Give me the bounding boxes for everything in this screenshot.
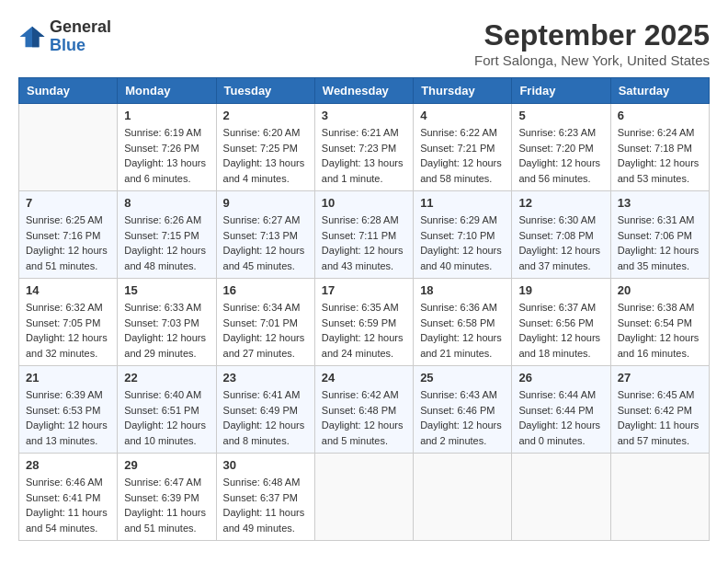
cell-content: Sunrise: 6:45 AM Sunset: 6:42 PM Dayligh…	[618, 387, 702, 448]
day-number: 4	[420, 109, 505, 122]
calendar-cell: 14Sunrise: 6:32 AM Sunset: 7:05 PM Dayli…	[19, 279, 118, 366]
calendar-cell	[314, 454, 413, 541]
header: General Blue September 2025 Fort Salonga…	[18, 18, 710, 68]
day-number: 26	[518, 371, 603, 385]
cell-content: Sunrise: 6:47 AM Sunset: 6:39 PM Dayligh…	[124, 475, 209, 535]
calendar-cell	[610, 454, 709, 541]
cell-content: Sunrise: 6:44 AM Sunset: 6:44 PM Dayligh…	[518, 387, 603, 448]
calendar-cell: 15Sunrise: 6:33 AM Sunset: 7:03 PM Dayli…	[118, 279, 216, 366]
calendar-week-row: 21Sunrise: 6:39 AM Sunset: 6:53 PM Dayli…	[19, 366, 710, 454]
day-number: 18	[420, 283, 505, 297]
calendar-cell	[414, 454, 512, 541]
day-number: 1	[124, 109, 209, 122]
month-title: September 2025	[474, 18, 710, 52]
title-area: September 2025 Fort Salonga, New York, U…	[474, 18, 710, 68]
calendar-cell	[19, 104, 118, 191]
calendar-cell: 12Sunrise: 6:30 AM Sunset: 7:08 PM Dayli…	[512, 191, 610, 279]
logo-blue-text: Blue	[50, 36, 85, 54]
cell-content: Sunrise: 6:34 AM Sunset: 7:01 PM Dayligh…	[223, 300, 308, 361]
day-number: 7	[26, 196, 110, 210]
calendar-cell: 25Sunrise: 6:43 AM Sunset: 6:46 PM Dayli…	[414, 366, 512, 454]
cell-content: Sunrise: 6:31 AM Sunset: 7:06 PM Dayligh…	[618, 213, 702, 273]
day-number: 8	[124, 196, 209, 210]
calendar-cell: 4Sunrise: 6:22 AM Sunset: 7:21 PM Daylig…	[414, 104, 512, 191]
cell-content: Sunrise: 6:22 AM Sunset: 7:21 PM Dayligh…	[420, 125, 505, 186]
cell-content: Sunrise: 6:41 AM Sunset: 6:49 PM Dayligh…	[223, 387, 308, 448]
cell-content: Sunrise: 6:21 AM Sunset: 7:23 PM Dayligh…	[322, 125, 406, 186]
cell-content: Sunrise: 6:25 AM Sunset: 7:16 PM Dayligh…	[26, 213, 110, 273]
calendar-cell: 20Sunrise: 6:38 AM Sunset: 6:54 PM Dayli…	[610, 279, 709, 366]
calendar-cell: 8Sunrise: 6:26 AM Sunset: 7:15 PM Daylig…	[118, 191, 216, 279]
calendar-cell: 19Sunrise: 6:37 AM Sunset: 6:56 PM Dayli…	[512, 279, 610, 366]
calendar-cell: 13Sunrise: 6:31 AM Sunset: 7:06 PM Dayli…	[610, 191, 709, 279]
calendar-week-row: 28Sunrise: 6:46 AM Sunset: 6:41 PM Dayli…	[19, 454, 710, 541]
calendar-cell: 11Sunrise: 6:29 AM Sunset: 7:10 PM Dayli…	[414, 191, 512, 279]
cell-content: Sunrise: 6:27 AM Sunset: 7:13 PM Dayligh…	[223, 213, 308, 273]
cell-content: Sunrise: 6:36 AM Sunset: 6:58 PM Dayligh…	[420, 300, 505, 361]
location-title: Fort Salonga, New York, United States	[474, 52, 710, 68]
day-number: 16	[223, 283, 308, 297]
calendar-cell: 23Sunrise: 6:41 AM Sunset: 6:49 PM Dayli…	[216, 366, 314, 454]
cell-content: Sunrise: 6:46 AM Sunset: 6:41 PM Dayligh…	[26, 475, 110, 535]
calendar-cell: 27Sunrise: 6:45 AM Sunset: 6:42 PM Dayli…	[610, 366, 709, 454]
logo-general-text: General	[50, 17, 111, 36]
day-number: 28	[26, 458, 110, 472]
day-number: 17	[322, 283, 406, 297]
calendar-cell: 18Sunrise: 6:36 AM Sunset: 6:58 PM Dayli…	[414, 279, 512, 366]
cell-content: Sunrise: 6:43 AM Sunset: 6:46 PM Dayligh…	[420, 387, 505, 448]
calendar-week-row: 7Sunrise: 6:25 AM Sunset: 7:16 PM Daylig…	[19, 191, 710, 279]
day-number: 14	[26, 283, 110, 297]
day-number: 3	[322, 109, 406, 122]
cell-content: Sunrise: 6:20 AM Sunset: 7:25 PM Dayligh…	[223, 125, 308, 186]
day-number: 9	[223, 196, 308, 210]
day-number: 29	[124, 458, 209, 472]
calendar-cell: 29Sunrise: 6:47 AM Sunset: 6:39 PM Dayli…	[118, 454, 216, 541]
day-header-saturday: Saturday	[610, 78, 709, 104]
calendar-header-row: SundayMondayTuesdayWednesdayThursdayFrid…	[19, 78, 710, 104]
cell-content: Sunrise: 6:37 AM Sunset: 6:56 PM Dayligh…	[518, 300, 603, 361]
day-header-thursday: Thursday	[414, 78, 512, 104]
day-number: 24	[322, 371, 406, 385]
logo-text: General Blue	[50, 18, 111, 55]
calendar-cell: 30Sunrise: 6:48 AM Sunset: 6:37 PM Dayli…	[216, 454, 314, 541]
cell-content: Sunrise: 6:23 AM Sunset: 7:20 PM Dayligh…	[518, 125, 603, 186]
calendar-cell: 3Sunrise: 6:21 AM Sunset: 7:23 PM Daylig…	[314, 104, 413, 191]
day-number: 13	[618, 196, 702, 210]
logo-icon	[18, 23, 46, 51]
day-number: 27	[618, 371, 702, 385]
logo: General Blue	[18, 18, 111, 55]
day-number: 2	[223, 109, 308, 122]
svg-marker-1	[32, 27, 45, 48]
calendar: SundayMondayTuesdayWednesdayThursdayFrid…	[18, 77, 710, 541]
calendar-week-row: 1Sunrise: 6:19 AM Sunset: 7:26 PM Daylig…	[19, 104, 710, 191]
cell-content: Sunrise: 6:28 AM Sunset: 7:11 PM Dayligh…	[322, 213, 406, 273]
calendar-cell: 21Sunrise: 6:39 AM Sunset: 6:53 PM Dayli…	[19, 366, 118, 454]
day-number: 23	[223, 371, 308, 385]
calendar-cell: 10Sunrise: 6:28 AM Sunset: 7:11 PM Dayli…	[314, 191, 413, 279]
day-number: 10	[322, 196, 406, 210]
cell-content: Sunrise: 6:29 AM Sunset: 7:10 PM Dayligh…	[420, 213, 505, 273]
cell-content: Sunrise: 6:33 AM Sunset: 7:03 PM Dayligh…	[124, 300, 209, 361]
cell-content: Sunrise: 6:48 AM Sunset: 6:37 PM Dayligh…	[223, 475, 308, 535]
calendar-cell: 22Sunrise: 6:40 AM Sunset: 6:51 PM Dayli…	[118, 366, 216, 454]
cell-content: Sunrise: 6:26 AM Sunset: 7:15 PM Dayligh…	[124, 213, 209, 273]
day-number: 30	[223, 458, 308, 472]
calendar-cell	[512, 454, 610, 541]
cell-content: Sunrise: 6:40 AM Sunset: 6:51 PM Dayligh…	[124, 387, 209, 448]
day-number: 5	[518, 109, 603, 122]
calendar-cell: 2Sunrise: 6:20 AM Sunset: 7:25 PM Daylig…	[216, 104, 314, 191]
calendar-cell: 17Sunrise: 6:35 AM Sunset: 6:59 PM Dayli…	[314, 279, 413, 366]
day-number: 21	[26, 371, 110, 385]
calendar-cell: 1Sunrise: 6:19 AM Sunset: 7:26 PM Daylig…	[118, 104, 216, 191]
day-number: 19	[518, 283, 603, 297]
calendar-cell: 28Sunrise: 6:46 AM Sunset: 6:41 PM Dayli…	[19, 454, 118, 541]
calendar-cell: 5Sunrise: 6:23 AM Sunset: 7:20 PM Daylig…	[512, 104, 610, 191]
day-number: 11	[420, 196, 505, 210]
cell-content: Sunrise: 6:19 AM Sunset: 7:26 PM Dayligh…	[124, 125, 209, 186]
calendar-cell: 6Sunrise: 6:24 AM Sunset: 7:18 PM Daylig…	[610, 104, 709, 191]
cell-content: Sunrise: 6:38 AM Sunset: 6:54 PM Dayligh…	[618, 300, 702, 361]
cell-content: Sunrise: 6:24 AM Sunset: 7:18 PM Dayligh…	[618, 125, 702, 186]
calendar-cell: 16Sunrise: 6:34 AM Sunset: 7:01 PM Dayli…	[216, 279, 314, 366]
cell-content: Sunrise: 6:32 AM Sunset: 7:05 PM Dayligh…	[26, 300, 110, 361]
calendar-cell: 24Sunrise: 6:42 AM Sunset: 6:48 PM Dayli…	[314, 366, 413, 454]
